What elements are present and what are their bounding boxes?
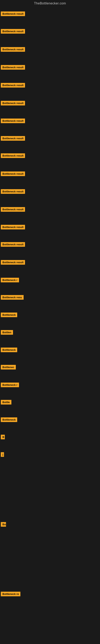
list-item: Bottleneck [1, 418, 17, 423]
bottleneck-badge: Bottleneck result [1, 242, 25, 247]
list-item: Bottleneck result [1, 136, 25, 142]
list-item: Bottlen [1, 330, 13, 336]
bottleneck-badge: Bottlenec [1, 365, 16, 370]
bottleneck-badge: Bottleneck result [1, 83, 25, 88]
bottleneck-badge: Bottleneck result [1, 172, 25, 176]
list-item: Bottleneck result [1, 207, 25, 212]
bottleneck-badge: | [1, 452, 4, 457]
list-item: Bottleneck result [1, 242, 25, 248]
bottleneck-badge: Bottleneck result [1, 153, 25, 158]
bottleneck-badge: Bottleneck result [1, 65, 25, 70]
list-item: Bottleneck [1, 348, 17, 353]
bottleneck-badge: Bottleneck result [1, 101, 25, 106]
bottleneck-badge: Bottleneck result [1, 12, 25, 16]
bottleneck-badge: Bottleneck result [1, 207, 25, 212]
list-item: Bottleneck result [1, 65, 25, 70]
bottleneck-badge: Bottleneck result [1, 118, 25, 123]
bottleneck-badge: Bottleneck resu [1, 295, 24, 300]
bottleneck-badge: Bottleneck result [1, 47, 25, 52]
bottleneck-badge: Bottlen [1, 330, 13, 335]
list-item: Bottleneck r [1, 278, 19, 283]
bottleneck-badge: Bo [1, 522, 6, 527]
list-item: Bottleneck result [1, 225, 25, 230]
bottleneck-badge: Bottleneck result [1, 136, 25, 141]
list-item: Bottlenec [1, 365, 16, 370]
list-item: Bottleneck resu [1, 295, 24, 300]
list-item: Bottleneck r [1, 382, 19, 388]
list-item: | [1, 452, 4, 458]
bottleneck-badge: Bottleneck r [1, 278, 19, 282]
bottleneck-badge: Bottle [1, 400, 11, 404]
site-title: TheBottlenecker.com [0, 0, 100, 7]
bottleneck-badge: Bottleneck [1, 312, 17, 317]
list-item: Bottleneck result [1, 260, 25, 266]
bottleneck-badge: Bottleneck [1, 418, 17, 422]
bottleneck-badge: B [1, 435, 5, 439]
list-item: Bottleneck result [1, 29, 25, 34]
list-item: Bottle [1, 400, 11, 405]
bottleneck-badge: Bottleneck result [1, 189, 25, 194]
list-item: Bottleneck result [1, 172, 25, 177]
list-item: Bo [1, 522, 6, 528]
list-item: Bottleneck result [1, 12, 25, 17]
list-item: Bottleneck result [1, 47, 25, 52]
list-item: B [1, 435, 5, 440]
bottleneck-badge: Bottleneck result [1, 260, 25, 265]
list-item: Bottleneck result [1, 83, 25, 88]
list-item: Bottleneck result [1, 189, 25, 194]
bottleneck-badge: Bottleneck re [1, 592, 20, 596]
list-item: Bottleneck result [1, 101, 25, 106]
list-item: Bottleneck result [1, 118, 25, 124]
bottleneck-badge: Bottleneck [1, 348, 17, 352]
list-item: Bottleneck result [1, 153, 25, 159]
bottleneck-badge: Bottleneck result [1, 225, 25, 230]
site-title-container: TheBottlenecker.com [0, 0, 100, 7]
bottleneck-badge: Bottleneck result [1, 29, 25, 34]
list-item: Bottleneck re [1, 592, 20, 597]
list-item: Bottleneck [1, 312, 17, 318]
bottleneck-badge: Bottleneck r [1, 382, 19, 387]
